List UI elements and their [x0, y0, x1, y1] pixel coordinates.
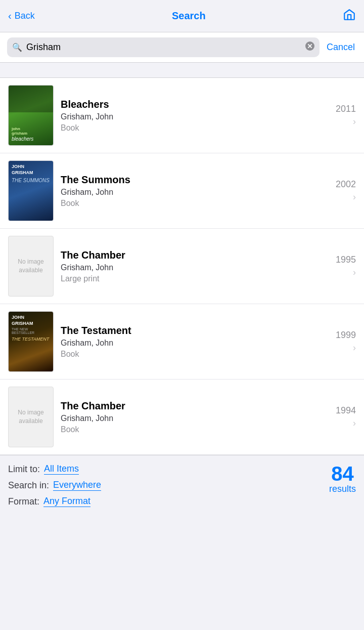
- results-count-block: 84 results: [329, 464, 356, 494]
- back-label: Back: [15, 11, 35, 21]
- chevron-right-icon: ›: [353, 343, 356, 353]
- result-author: Grisham, John: [61, 112, 329, 121]
- format-label: Format:: [8, 496, 39, 507]
- results-label: results: [329, 484, 356, 494]
- result-author: Grisham, John: [61, 188, 329, 197]
- result-meta: 1994 ›: [336, 405, 356, 429]
- result-info: The Testament Grisham, John Book: [61, 325, 329, 359]
- result-title: The Chamber: [61, 400, 329, 412]
- result-title: The Summons: [61, 174, 329, 186]
- section-spacer: [0, 63, 364, 78]
- result-meta: 1999 ›: [336, 330, 356, 353]
- chevron-right-icon: ›: [353, 418, 356, 429]
- cancel-button[interactable]: Cancel: [325, 42, 357, 53]
- limit-label: Limit to:: [8, 464, 40, 475]
- book-cover: JOHNGRISHAM THE SUMMONS: [8, 160, 54, 221]
- search-input[interactable]: [26, 42, 301, 53]
- book-cover: No imageavailable: [8, 387, 54, 447]
- footer-filters: Limit to: All Items Search in: Everywher…: [8, 464, 101, 507]
- limit-filter-row: Limit to: All Items: [8, 464, 101, 475]
- result-format: Book: [61, 123, 329, 133]
- nav-bar: ‹ Back Search: [0, 0, 364, 32]
- format-value[interactable]: Any Format: [43, 496, 90, 507]
- result-meta: 1995 ›: [336, 255, 356, 278]
- results-list: johngrisham bleachers Bleachers Grisham,…: [0, 78, 364, 455]
- list-item[interactable]: JOHNGRISHAM THE SUMMONS The Summons Gris…: [0, 153, 364, 229]
- list-item[interactable]: johngrisham bleachers Bleachers Grisham,…: [0, 78, 364, 153]
- list-item[interactable]: No imageavailable The Chamber Grisham, J…: [0, 229, 364, 304]
- result-year: 1994: [336, 405, 356, 416]
- home-icon[interactable]: [343, 8, 356, 24]
- book-cover: johngrisham bleachers: [8, 85, 54, 146]
- result-title: Bleachers: [61, 99, 329, 110]
- result-author: Grisham, John: [61, 339, 329, 348]
- result-info: The Chamber Grisham, John Book: [61, 400, 329, 434]
- result-format: Large print: [61, 274, 329, 283]
- chevron-right-icon: ›: [353, 116, 356, 127]
- result-format: Book: [61, 350, 329, 359]
- limit-value[interactable]: All Items: [44, 464, 79, 475]
- footer-bar: Limit to: All Items Search in: Everywher…: [0, 455, 364, 513]
- result-year: 2011: [336, 104, 356, 114]
- list-item[interactable]: No imageavailable The Chamber Grisham, J…: [0, 380, 364, 455]
- list-item[interactable]: JOHNGRISHAM THE NEW BESTSELLER THE TESTA…: [0, 304, 364, 380]
- result-meta: 2011 ›: [336, 104, 356, 127]
- result-author: Grisham, John: [61, 263, 329, 272]
- results-count: 84: [331, 464, 354, 484]
- result-format: Book: [61, 425, 329, 434]
- chevron-right-icon: ›: [353, 267, 356, 278]
- result-year: 1995: [336, 255, 356, 265]
- result-title: The Testament: [61, 325, 329, 337]
- result-author: Grisham, John: [61, 414, 329, 423]
- chevron-left-icon: ‹: [8, 10, 12, 22]
- search-in-value[interactable]: Everywhere: [53, 480, 101, 491]
- book-cover: JOHNGRISHAM THE NEW BESTSELLER THE TESTA…: [8, 311, 54, 372]
- search-bar: 🔍 Cancel: [0, 32, 364, 63]
- result-year: 2002: [336, 179, 356, 190]
- result-info: Bleachers Grisham, John Book: [61, 99, 329, 133]
- chevron-right-icon: ›: [353, 192, 356, 202]
- back-button[interactable]: ‹ Back: [8, 10, 35, 22]
- result-info: The Chamber Grisham, John Large print: [61, 249, 329, 283]
- clear-button[interactable]: [305, 41, 314, 53]
- search-icon: 🔍: [12, 43, 22, 52]
- book-cover: No imageavailable: [8, 236, 54, 297]
- result-format: Book: [61, 199, 329, 208]
- search-in-label: Search in:: [8, 480, 49, 491]
- result-meta: 2002 ›: [336, 179, 356, 202]
- search-input-wrapper: 🔍: [7, 37, 320, 57]
- result-title: The Chamber: [61, 249, 329, 261]
- page-title: Search: [35, 10, 343, 22]
- result-year: 1999: [336, 330, 356, 341]
- search-in-filter-row: Search in: Everywhere: [8, 480, 101, 491]
- format-filter-row: Format: Any Format: [8, 496, 101, 507]
- result-info: The Summons Grisham, John Book: [61, 174, 329, 208]
